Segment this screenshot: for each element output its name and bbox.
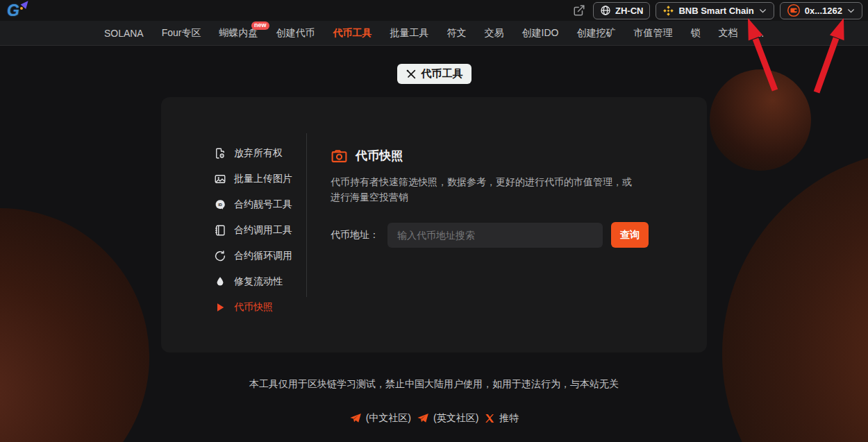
social-link-twitter[interactable]: 推特	[484, 412, 519, 425]
main-navigation: SOLANA Four专区 蝴蝶内盘 new 创建代币 代币工具 批量工具 符文…	[0, 21, 868, 46]
background-glow-circle	[722, 149, 868, 442]
nav-item-label: 锁	[690, 27, 700, 38]
logo-letter: G	[7, 1, 19, 20]
refresh-icon	[214, 250, 226, 262]
social-link-label: (英文社区)	[433, 412, 478, 425]
droplet-icon	[214, 275, 226, 288]
nav-item-more[interactable]: ...	[756, 28, 764, 39]
sidebar-item-renounce-ownership[interactable]: 放弃所有权	[214, 143, 306, 164]
nav-item-market-cap-management[interactable]: 市值管理	[633, 27, 672, 40]
language-label: ZH-CN	[615, 6, 643, 16]
file-settings-icon	[214, 147, 226, 160]
page-title-badge: 代币工具	[397, 64, 471, 84]
tools-icon	[406, 69, 417, 80]
wallet-account-button[interactable]: 0x...1262	[780, 2, 862, 19]
token-address-label: 代币地址：	[331, 229, 379, 241]
chain-selector[interactable]: BNB Smart Chain	[656, 2, 774, 19]
nav-item-label: 创建挖矿	[576, 27, 615, 38]
nav-item-label: 代币工具	[333, 27, 372, 38]
nav-item-docs[interactable]: 文档	[718, 27, 737, 40]
play-icon	[214, 301, 226, 314]
nav-item-token-tools[interactable]: 代币工具	[333, 27, 372, 40]
nav-item-lock[interactable]: 锁	[690, 27, 700, 40]
section-title: 代币快照	[356, 148, 403, 164]
snapshot-query-form: 代币地址： 查询	[331, 222, 679, 248]
background-glow-circle	[0, 208, 149, 442]
chevron-down-icon	[846, 6, 856, 15]
nav-item-label: Four专区	[162, 27, 201, 38]
new-badge: new	[251, 22, 269, 30]
share-icon[interactable]	[571, 2, 587, 19]
rocket-flame-dot	[20, 7, 23, 10]
camera-icon	[331, 147, 348, 164]
sidebar-item-label: 合约靓号工具	[234, 198, 292, 211]
sidebar-item-label: 批量上传图片	[234, 173, 292, 185]
site-logo[interactable]: G	[7, 1, 31, 20]
nav-item-create-ido[interactable]: 创建IDO	[522, 27, 559, 40]
image-icon	[214, 173, 226, 185]
social-links: (中文社区) (英文社区) 推特	[0, 412, 868, 425]
sidebar-item-token-snapshot[interactable]: 代币快照	[214, 297, 306, 318]
chain-label: BNB Smart Chain	[678, 6, 753, 16]
nav-item-create-token[interactable]: 创建代币	[276, 27, 315, 40]
sidebar-item-contract-call-tool[interactable]: 合约调用工具	[214, 220, 306, 241]
nav-item-butterfly-inner[interactable]: 蝴蝶内盘 new	[219, 27, 258, 40]
nav-item-label: SOLANA	[104, 28, 144, 39]
nav-item-trade[interactable]: 交易	[485, 27, 504, 40]
sidebar-item-label: 合约循环调用	[234, 250, 292, 262]
telegram-icon	[417, 412, 429, 425]
sidebar-item-label: 代币快照	[234, 301, 273, 314]
sidebar-item-label: 放弃所有权	[234, 147, 283, 160]
sidebar-item-label: 修复流动性	[234, 275, 283, 288]
token-snapshot-panel: 代币快照 代币持有者快速筛选快照，数据参考，更好的进行代币的市值管理，或进行海量…	[307, 97, 707, 352]
nav-item-label: 文档	[718, 27, 737, 38]
globe-icon	[600, 5, 611, 16]
nav-item-runes[interactable]: 符文	[447, 27, 467, 40]
social-link-telegram-cn[interactable]: (中文社区)	[349, 412, 411, 425]
sidebar-item-label: 合约调用工具	[234, 224, 292, 237]
nav-item-label: 市值管理	[633, 27, 672, 38]
sidebar-item-contract-loop-call[interactable]: 合约循环调用	[214, 246, 306, 266]
svg-text:ID: ID	[218, 203, 222, 207]
language-selector[interactable]: ZH-CN	[593, 2, 650, 19]
background-glow-circle	[710, 69, 811, 171]
nav-item-label: ...	[756, 28, 764, 39]
nav-item-label: 交易	[485, 27, 504, 38]
nav-item-create-mining[interactable]: 创建挖矿	[576, 27, 615, 40]
social-link-label: (中文社区)	[366, 412, 411, 425]
disclaimer-text: 本工具仅用于区块链学习测试，禁止中国大陆用户使用，如用于违法行为，与本站无关	[0, 378, 868, 391]
notebook-icon	[214, 224, 226, 237]
nav-item-solana[interactable]: SOLANA	[104, 28, 144, 39]
nav-item-label: 符文	[447, 27, 467, 38]
tools-sidebar: 放弃所有权 批量上传图片 ID 合约靓号工具 合约调用工具 合约循环调用 修复流…	[161, 97, 306, 352]
id-badge-icon: ID	[214, 198, 226, 211]
section-description: 代币持有者快速筛选快照，数据参考，更好的进行代币的市值管理，或进行海量空投营销	[331, 174, 632, 205]
token-address-input[interactable]	[387, 223, 603, 248]
nav-item-label: 批量工具	[390, 27, 429, 38]
chevron-down-icon	[758, 6, 767, 15]
sidebar-item-vanity-contract-tool[interactable]: ID 合约靓号工具	[214, 194, 306, 215]
social-link-telegram-en[interactable]: (英文社区)	[417, 412, 478, 425]
nav-item-label: 创建IDO	[522, 27, 559, 38]
telegram-icon	[349, 412, 362, 425]
nav-item-batch-tools[interactable]: 批量工具	[390, 27, 429, 40]
top-header-bar: G ZH-CN	[0, 0, 868, 21]
query-button[interactable]: 查询	[611, 222, 649, 248]
wallet-address-label: 0x...1262	[805, 6, 842, 16]
wallet-icon	[787, 3, 801, 17]
x-icon	[484, 413, 495, 424]
social-link-label: 推特	[499, 412, 519, 425]
nav-item-four-zone[interactable]: Four专区	[162, 27, 201, 40]
nav-item-label: 创建代币	[276, 27, 315, 38]
sidebar-item-fix-liquidity[interactable]: 修复流动性	[214, 271, 306, 292]
bnb-chain-icon	[662, 5, 674, 17]
sidebar-item-batch-upload-images[interactable]: 批量上传图片	[214, 169, 306, 189]
page-title: 代币工具	[422, 67, 463, 80]
token-tools-card: 放弃所有权 批量上传图片 ID 合约靓号工具 合约调用工具 合约循环调用 修复流…	[161, 97, 707, 352]
